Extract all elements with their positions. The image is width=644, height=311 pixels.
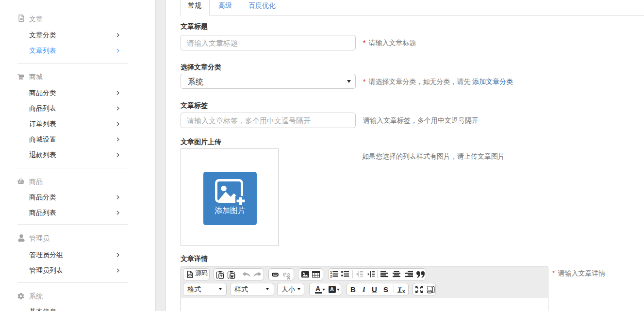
svg-text:2: 2	[330, 274, 332, 278]
